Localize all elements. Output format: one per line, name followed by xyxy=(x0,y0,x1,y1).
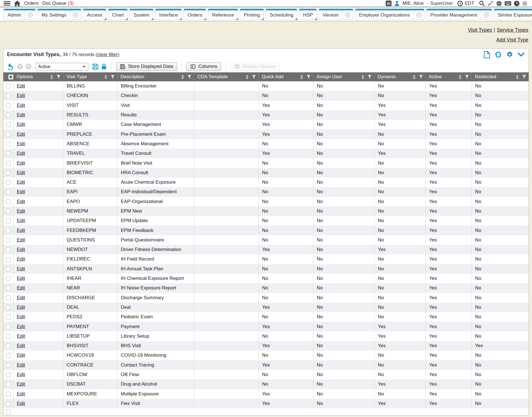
magic-wand-icon[interactable] xyxy=(487,0,494,6)
help-icon[interactable]: ? xyxy=(514,1,520,6)
row-checkbox[interactable] xyxy=(6,228,11,233)
settings-gear-icon[interactable] xyxy=(506,51,513,58)
lock-icon[interactable] xyxy=(101,63,107,70)
search-icon[interactable] xyxy=(479,0,485,6)
tab-reference[interactable]: Reference xyxy=(208,9,238,20)
visit-types-link[interactable]: Visit Types xyxy=(468,27,492,33)
tab-system[interactable]: System xyxy=(129,9,153,20)
service-types-link[interactable]: Service Types xyxy=(497,27,528,33)
edit-link[interactable]: Edit xyxy=(17,83,25,89)
row-checkbox[interactable] xyxy=(6,257,11,262)
row-checkbox[interactable] xyxy=(6,363,11,368)
filter-icon[interactable] xyxy=(522,75,526,79)
row-checkbox[interactable] xyxy=(6,372,11,377)
save-filter-icon[interactable] xyxy=(92,63,99,70)
open-new-window-icon[interactable] xyxy=(413,10,424,20)
filter-icon[interactable] xyxy=(188,75,191,79)
open-new-window-icon[interactable] xyxy=(481,10,492,20)
sort-icon[interactable] xyxy=(246,75,249,79)
tab-similar-exposure-groups-segs[interactable]: Similar Exposure Groups (SEGs) xyxy=(494,9,532,20)
tab-admin[interactable]: Admin xyxy=(4,9,36,20)
row-checkbox[interactable] xyxy=(6,103,11,108)
row-checkbox[interactable] xyxy=(6,324,11,329)
edit-link[interactable]: Edit xyxy=(17,324,25,329)
row-checkbox[interactable] xyxy=(6,401,11,406)
edit-link[interactable]: Edit xyxy=(17,132,25,137)
tab-printing[interactable]: Printing xyxy=(240,9,264,20)
tab-hsp[interactable]: HSP xyxy=(299,9,317,20)
refresh-icon[interactable] xyxy=(494,51,502,58)
row-checkbox[interactable] xyxy=(6,334,11,339)
edit-link[interactable]: Edit xyxy=(17,141,25,146)
row-checkbox[interactable] xyxy=(6,113,11,118)
edit-link[interactable]: Edit xyxy=(17,151,25,156)
tab-orders[interactable]: Orders xyxy=(184,9,206,20)
history-back-button[interactable] xyxy=(17,64,23,70)
row-checkbox[interactable] xyxy=(6,344,11,348)
status-filter-select[interactable]: Active xyxy=(36,63,88,70)
column-header-active[interactable]: Active xyxy=(425,72,471,81)
row-checkbox[interactable] xyxy=(6,132,11,137)
row-checkbox[interactable] xyxy=(6,276,11,281)
edit-link[interactable]: Edit xyxy=(17,112,25,118)
row-checkbox[interactable] xyxy=(6,353,11,358)
add-visit-type-link[interactable]: Add Visit Type xyxy=(496,37,528,43)
edit-link[interactable]: Edit xyxy=(17,401,25,406)
edit-link[interactable]: Edit xyxy=(17,103,25,108)
row-checkbox[interactable] xyxy=(6,190,11,194)
edit-link[interactable]: Edit xyxy=(17,381,25,387)
home-icon[interactable] xyxy=(14,1,20,6)
edit-link[interactable]: Edit xyxy=(17,256,25,262)
row-checkbox[interactable] xyxy=(6,382,11,387)
tab-my-settings[interactable]: My Settings xyxy=(38,9,81,20)
column-header-cda-template[interactable]: CDA Template xyxy=(194,72,258,81)
select-all-checkbox[interactable] xyxy=(8,75,13,79)
row-checkbox[interactable] xyxy=(6,142,11,146)
filter-icon[interactable] xyxy=(111,75,115,79)
user-icon[interactable] xyxy=(394,1,400,6)
document-icon[interactable] xyxy=(484,51,490,58)
filter-icon[interactable] xyxy=(419,75,423,79)
filter-icon[interactable] xyxy=(368,75,372,79)
column-header-dynamic[interactable]: Dynamic xyxy=(374,72,425,81)
sort-icon[interactable] xyxy=(516,75,519,79)
edit-link[interactable]: Edit xyxy=(17,285,25,291)
edit-link[interactable]: Edit xyxy=(17,122,25,127)
sort-icon[interactable] xyxy=(300,75,303,79)
row-checkbox[interactable] xyxy=(6,171,11,175)
edit-link[interactable]: Edit xyxy=(17,305,25,310)
edit-link[interactable]: Edit xyxy=(17,266,25,271)
row-checkbox[interactable] xyxy=(6,305,11,310)
edit-link[interactable]: Edit xyxy=(17,247,25,252)
user-name[interactable]: MIE, Alice xyxy=(403,1,424,6)
row-checkbox[interactable] xyxy=(6,286,11,291)
column-header-visit-type[interactable]: Visit Type xyxy=(63,72,117,81)
edit-link[interactable]: Edit xyxy=(17,189,25,194)
sort-icon[interactable] xyxy=(361,75,364,79)
row-checkbox[interactable] xyxy=(6,238,11,243)
edit-link[interactable]: Edit xyxy=(17,179,25,185)
edit-link[interactable]: Edit xyxy=(17,343,25,348)
row-checkbox[interactable] xyxy=(6,267,11,271)
collapse-chevron-icon[interactable] xyxy=(517,52,525,58)
store-displayed-data-button[interactable]: Store Displayed Data xyxy=(116,62,177,71)
row-checkbox[interactable] xyxy=(6,199,11,204)
column-header-options[interactable]: Options xyxy=(13,72,63,81)
edit-link[interactable]: Edit xyxy=(17,199,25,204)
row-checkbox[interactable] xyxy=(6,151,11,156)
filter-icon[interactable] xyxy=(252,75,256,79)
open-new-window-icon[interactable] xyxy=(342,10,353,20)
ai-badge[interactable]: AI xyxy=(386,1,392,6)
row-checkbox[interactable] xyxy=(6,161,11,166)
sort-icon[interactable] xyxy=(50,75,53,79)
filter-icon[interactable] xyxy=(465,75,469,79)
tab-provider-management[interactable]: Provider Management xyxy=(426,9,492,20)
edit-link[interactable]: Edit xyxy=(17,295,25,300)
undo-icon[interactable] xyxy=(7,63,15,70)
row-checkbox[interactable] xyxy=(6,296,11,300)
edit-link[interactable]: Edit xyxy=(17,362,25,368)
sort-icon[interactable] xyxy=(181,75,184,79)
tab-access[interactable]: Access xyxy=(83,9,106,20)
edit-link[interactable]: Edit xyxy=(17,314,25,319)
edit-link[interactable]: Edit xyxy=(17,218,25,223)
